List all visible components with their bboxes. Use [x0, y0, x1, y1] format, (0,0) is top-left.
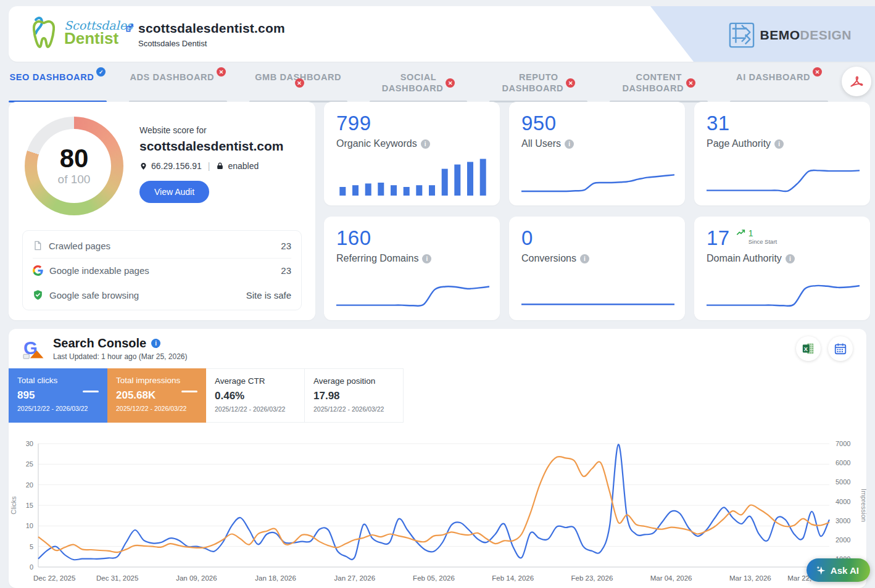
- metric-value: 31: [707, 113, 730, 133]
- shield-icon: [33, 289, 43, 300]
- excel-icon: X: [802, 342, 815, 355]
- tab-label: REPUTO DASHBOARD: [502, 72, 564, 93]
- metric-label: Conversions: [521, 253, 576, 264]
- stat-label: Google indexable pages: [49, 265, 149, 276]
- stat-row-google-safe-browsing: Google safe browsingSite is safe: [33, 283, 291, 307]
- error-badge: ✕: [813, 67, 822, 77]
- bemo-icon: [729, 22, 755, 48]
- sc-stat-label: Average CTR: [215, 376, 296, 386]
- sparkle-icon: [815, 565, 826, 576]
- flat-line-icon: [83, 391, 99, 392]
- sc-stat-value: 0.46%: [215, 390, 296, 402]
- metric-label: All Users: [521, 138, 561, 149]
- external-link-icon[interactable]: [125, 23, 135, 33]
- tab-ai-dashboard[interactable]: AI DASHBOARD✕: [730, 72, 828, 102]
- dashboard-tabs: SEO DASHBOARD✓ADS DASHBOARD✕GMB DASHBOAR…: [9, 72, 828, 102]
- sc-stat-average-position[interactable]: Average position17.982025/12/22 - 2026/0…: [305, 368, 404, 423]
- crawl-stats-panel: Crawled pages23Google indexable pages23G…: [22, 230, 302, 310]
- tab-label: AI DASHBOARD: [736, 72, 810, 82]
- search-console-stats: Total clicks8952025/12/22 - 2026/03/22To…: [9, 368, 866, 423]
- calendar-icon: [834, 342, 847, 355]
- svg-text:15: 15: [26, 502, 33, 509]
- sc-stat-label: Average position: [313, 376, 394, 386]
- svg-text:7000: 7000: [836, 440, 850, 447]
- sc-stat-total-clicks[interactable]: Total clicks8952025/12/22 - 2026/03/22: [9, 368, 107, 423]
- sparkline-page-authority: [707, 151, 860, 197]
- svg-text:X: X: [804, 346, 808, 352]
- svg-text:10: 10: [26, 522, 33, 529]
- error-badge: ✕: [566, 78, 575, 88]
- svg-text:0: 0: [30, 563, 33, 571]
- metric-card-all-users: 950All Usersi: [509, 102, 685, 205]
- metric-card-domain-authority: 171Since StartDomain Authorityi: [694, 217, 870, 320]
- svg-text:Feb 14, 2026: Feb 14, 2026: [492, 574, 534, 582]
- client-logo: Scottsdales Dentist: [27, 15, 133, 51]
- info-icon[interactable]: i: [151, 339, 160, 348]
- tab-seo-dashboard[interactable]: SEO DASHBOARD✓: [9, 72, 107, 102]
- svg-text:Dec 22, 2025: Dec 22, 2025: [33, 574, 75, 582]
- svg-text:Jan 27, 2026: Jan 27, 2026: [334, 574, 376, 582]
- search-console-card: G Search Console i Last Updated: 1 hour …: [9, 329, 866, 588]
- info-icon[interactable]: i: [422, 254, 431, 263]
- ask-ai-button[interactable]: Ask AI: [807, 558, 870, 582]
- metric-delta: 1Since Start: [736, 229, 777, 245]
- view-audit-button[interactable]: View Audit: [139, 181, 209, 203]
- stat-row-crawled-pages: Crawled pages23: [33, 233, 291, 259]
- agency-logo: BEMODESIGN: [729, 22, 852, 48]
- chart-svg: 0510152025301000200030004000500060007000…: [9, 430, 866, 588]
- svg-text:3000: 3000: [836, 517, 850, 524]
- info-icon[interactable]: i: [421, 139, 430, 149]
- svg-text:30: 30: [26, 440, 33, 447]
- clicks-impressions-chart: 0510152025301000200030004000500060007000…: [9, 430, 866, 588]
- search-console-icon: G: [22, 338, 46, 359]
- export-pdf-button[interactable]: [842, 67, 871, 96]
- info-icon[interactable]: i: [774, 139, 784, 149]
- error-badge: ✕: [686, 78, 695, 88]
- svg-text:Jan 09, 2026: Jan 09, 2026: [176, 574, 217, 582]
- domain-title[interactable]: scottsdalesdentist.com: [138, 21, 285, 36]
- delta-value: 1: [749, 229, 777, 238]
- svg-text:Feb 23, 2026: Feb 23, 2026: [571, 574, 613, 582]
- info-icon[interactable]: i: [565, 139, 574, 149]
- sc-stat-range: 2025/12/22 - 2026/03/22: [313, 405, 394, 413]
- info-icon[interactable]: i: [786, 254, 795, 263]
- sparkline-all-users: [521, 151, 674, 197]
- sparkline-organic-keywords: [336, 151, 489, 197]
- sc-stat-label: Total clicks: [17, 376, 99, 385]
- tab-label: SOCIAL DASHBOARD: [382, 72, 444, 93]
- sc-stat-total-impressions[interactable]: Total impressions205.68K2025/12/22 - 202…: [107, 368, 206, 423]
- tab-ads-dashboard[interactable]: ADS DASHBOARD✕: [129, 72, 227, 102]
- error-badge: ✕: [446, 78, 455, 88]
- tab-social-dashboard[interactable]: SOCIAL DASHBOARD✕: [370, 72, 468, 102]
- score-subtitle: Website score for: [139, 125, 283, 135]
- pdf-icon: [848, 73, 865, 89]
- separator: |: [208, 161, 210, 171]
- svg-text:Mar 04, 2026: Mar 04, 2026: [650, 574, 692, 582]
- score-value: 80: [60, 146, 89, 172]
- info-icon[interactable]: i: [580, 254, 589, 263]
- pin-icon: [139, 162, 147, 171]
- export-excel-button[interactable]: X: [796, 336, 821, 361]
- stat-row-google-indexable-pages: Google indexable pages23: [33, 259, 291, 283]
- trend-up-icon: [736, 229, 746, 236]
- lock-icon: [216, 162, 224, 170]
- stat-value: Site is safe: [246, 290, 291, 300]
- series-impressions: [38, 457, 829, 552]
- svg-text:Mar 13, 2026: Mar 13, 2026: [729, 574, 771, 582]
- tab-reputo-dashboard[interactable]: REPUTO DASHBOARD✕: [489, 72, 587, 102]
- site-name: Scottsdales Dentist: [138, 39, 285, 48]
- sc-stat-label: Total impressions: [116, 376, 197, 385]
- left-axis-title: Clicks: [10, 496, 17, 515]
- ask-ai-label: Ask AI: [831, 565, 859, 576]
- sparkline-conversions: [521, 266, 674, 312]
- date-range-button[interactable]: [828, 336, 853, 361]
- metric-value: 0: [521, 228, 533, 248]
- ssl-status: enabled: [228, 161, 259, 171]
- tab-label: SEO DASHBOARD: [10, 72, 94, 82]
- metric-card-page-authority: 31Page Authorityi: [694, 102, 870, 205]
- sc-stat-average-ctr[interactable]: Average CTR0.46%2025/12/22 - 2026/03/22: [206, 368, 305, 423]
- metric-label: Domain Authority: [707, 253, 782, 264]
- tab-gmb-dashboard[interactable]: GMB DASHBOARD✕: [249, 72, 347, 102]
- tab-content-dashboard[interactable]: CONTENT DASHBOARD✕: [610, 72, 708, 102]
- logo-name-text: Dentist: [64, 30, 133, 46]
